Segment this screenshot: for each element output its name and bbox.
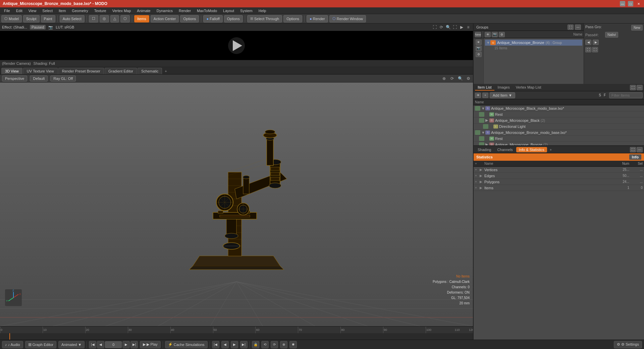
options-btn-3[interactable]: Options — [283, 15, 302, 22]
tab-images[interactable]: Images — [495, 85, 513, 91]
groups-new-btn[interactable]: New — [475, 32, 481, 37]
vp-nav-icon-3[interactable]: 🔍 — [458, 76, 463, 81]
vp-settings-icon[interactable]: ⚙ — [466, 76, 471, 81]
nativi-button[interactable]: Nativi — [605, 32, 618, 38]
mode-paint-btn[interactable]: Paint — [41, 15, 55, 22]
extra-btn-2[interactable]: ⟲ — [261, 341, 269, 348]
groups-gear-btn[interactable]: ⚙ — [499, 32, 505, 37]
stats-expand-vertices[interactable]: ▶ — [480, 168, 484, 171]
item-row-2[interactable]: ▶ G Antique_Microscope_Black (2) — [474, 117, 644, 123]
timeline-bar[interactable] — [0, 333, 473, 340]
maximize-button[interactable]: □ — [628, 1, 633, 6]
falloff-btn[interactable]: ● Falloff — [203, 15, 222, 22]
render-btn[interactable]: ● Render — [307, 15, 328, 22]
stats-expand-polygons[interactable]: ▶ — [480, 180, 484, 184]
pass-expand-btn-1[interactable]: ⛶ — [585, 47, 591, 52]
expand-icon[interactable]: ⛶ — [568, 24, 574, 30]
item-row-1[interactable]: M Rest — [474, 111, 644, 117]
tab-item-list[interactable]: Item List — [475, 85, 494, 91]
stats-expand-btn[interactable]: ⛶ — [630, 147, 636, 152]
next-frame-btn[interactable]: ▶ — [122, 341, 130, 348]
stats-collapse-btn[interactable]: — — [637, 147, 643, 152]
groups-cam-btn[interactable]: 📷 — [492, 32, 498, 37]
item-vis-5[interactable] — [479, 136, 484, 141]
menu-render[interactable]: Render — [176, 8, 194, 13]
transport-3[interactable]: ▶ — [231, 341, 238, 348]
render-window-btn[interactable]: ⬡ Render Window — [329, 15, 366, 22]
menu-help[interactable]: Help — [256, 8, 269, 13]
transport-2[interactable]: ◀ — [221, 341, 229, 348]
action-center-btn[interactable]: Action Center — [151, 15, 179, 22]
tab-vertex-map[interactable]: Vertex Map List — [513, 85, 544, 91]
stats-add-items[interactable]: + — [475, 186, 480, 190]
tab-schematic[interactable]: Schematic — [138, 68, 162, 74]
preview-icon-expand[interactable]: ⛶ — [432, 24, 437, 30]
stats-content[interactable]: + ▶ Vertices 25... ... + ▶ Edges 50... .… — [474, 167, 644, 340]
menu-layout[interactable]: Layout — [220, 8, 237, 13]
item-row-5[interactable]: M Rest — [474, 136, 644, 142]
preview-icon-fit[interactable]: ⛶ — [452, 24, 458, 30]
info-label[interactable]: Info — [629, 154, 641, 160]
menu-geometry[interactable]: Geometry — [69, 8, 91, 13]
menu-animate[interactable]: Animate — [134, 8, 153, 13]
preview-icon-refresh[interactable]: ⟳ — [439, 24, 444, 30]
audio-button[interactable]: ♪ ♪ Audio — [2, 341, 23, 348]
menu-texture[interactable]: Texture — [92, 8, 109, 13]
groups-vis-btn-1[interactable]: 👁 — [476, 40, 482, 45]
play-button[interactable] — [228, 37, 245, 54]
cache-simulations-btn[interactable]: ⚡ Cache Simulations — [165, 341, 208, 348]
options-btn-2[interactable]: Options — [224, 15, 243, 22]
tool-icon-2[interactable]: ◎ — [100, 15, 109, 22]
extra-btn-3[interactable]: ⟳ — [271, 341, 278, 348]
tool-icon-3[interactable]: △ — [110, 15, 119, 22]
menu-file[interactable]: File — [1, 8, 13, 13]
stats-row-polygons[interactable]: + ▶ Polygons 24... ... — [474, 179, 644, 185]
stats-add-polygons[interactable]: + — [475, 180, 480, 184]
minimize-button[interactable]: — — [620, 1, 625, 6]
tab-channels[interactable]: Channels — [494, 147, 515, 152]
go-to-end-btn[interactable]: ▶| — [130, 341, 138, 348]
pass-right-btn[interactable]: ▶ — [593, 40, 599, 45]
item-vis-1[interactable] — [479, 112, 484, 117]
graph-editor-button[interactable]: ▦ Graph Editor — [25, 341, 56, 348]
tool-icon-1[interactable]: ☐ — [89, 15, 98, 22]
preview-icon-forward[interactable]: ▶ — [459, 24, 464, 30]
groups-eye-btn[interactable]: 👁 — [485, 32, 491, 37]
item-expand-2[interactable]: ▶ — [485, 118, 489, 122]
animated-button[interactable]: Animated ▼ — [58, 341, 85, 348]
frame-number-input[interactable]: 0 — [105, 341, 122, 348]
pass-new-button[interactable]: New — [631, 25, 643, 31]
stats-add-edges[interactable]: + — [475, 174, 480, 178]
groups-vis-btn-3[interactable]: ⚙ — [476, 52, 482, 57]
pass-expand-btn-2[interactable]: ⛶ — [592, 47, 598, 52]
select-through-btn[interactable]: ⊞ Select Through — [247, 15, 282, 22]
item-row-0[interactable]: ▼ S Antique_Microscope_Black_modo_base.l… — [474, 105, 644, 111]
stats-expand-edges[interactable]: ▶ — [480, 174, 484, 178]
close-button[interactable]: ✕ — [636, 1, 641, 6]
stats-tab-add[interactable]: + — [548, 147, 554, 153]
item-list-expand-btn[interactable]: ⛶ — [630, 85, 636, 90]
options-btn-1[interactable]: Options — [180, 15, 199, 22]
mode-model-btn[interactable]: ⬡ Model — [1, 15, 22, 22]
menu-system[interactable]: System — [237, 8, 255, 13]
timeline-ruler[interactable]: 0 10 20 30 40 50 60 70 80 90 1 — [0, 327, 473, 333]
item-expand-6[interactable]: ▶ — [485, 142, 489, 145]
menu-item[interactable]: Item — [56, 8, 68, 13]
stats-row-edges[interactable]: + ▶ Edges 50... ... — [474, 173, 644, 179]
menu-select[interactable]: Select — [40, 8, 55, 13]
transport-1[interactable]: |◀ — [212, 341, 219, 348]
collapse-icon[interactable]: — — [575, 24, 581, 30]
stats-row-items[interactable]: + ▶ Items 1 0 — [474, 185, 644, 191]
extra-btn-4[interactable]: ⊕ — [280, 341, 287, 348]
tab-gradient-editor[interactable]: Gradient Editor — [105, 68, 137, 74]
prev-frame-btn[interactable]: ◀ — [97, 341, 104, 348]
tab-shading[interactable]: Shading — [475, 147, 494, 152]
extra-btn-5[interactable]: ✱ — [289, 341, 297, 348]
item-vis-2[interactable] — [479, 118, 484, 123]
menu-vertex-map[interactable]: Vertex Map — [110, 8, 134, 13]
item-vis-6[interactable] — [479, 142, 484, 146]
item-vis-0[interactable] — [475, 106, 480, 111]
tab-add-button[interactable]: + — [163, 68, 169, 74]
stats-row-vertices[interactable]: + ▶ Vertices 25... ... — [474, 167, 644, 173]
raygl-label[interactable]: Ray GL: Off — [50, 76, 76, 82]
